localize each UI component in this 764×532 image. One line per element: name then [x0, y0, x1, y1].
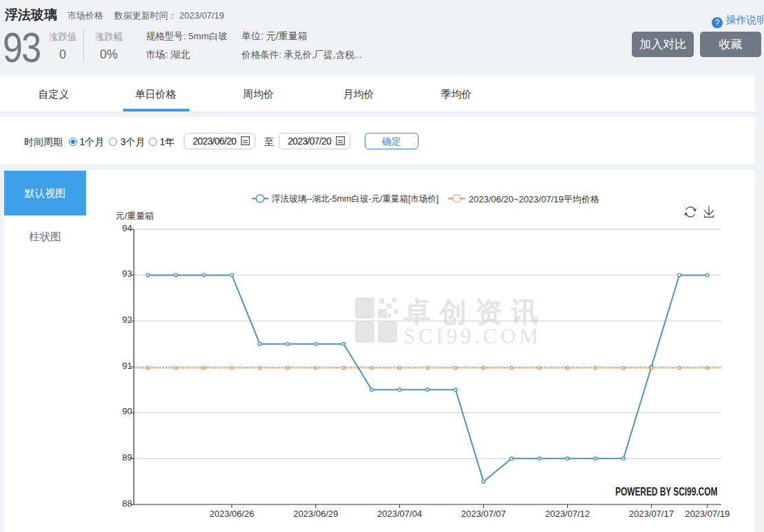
svg-text:SCI99.COM: SCI99.COM: [403, 324, 538, 348]
svg-text:89: 89: [123, 452, 132, 462]
svg-text:2023/07/12: 2023/07/12: [545, 509, 590, 519]
svg-text:90: 90: [123, 406, 132, 416]
svg-text:2023/07/04: 2023/07/04: [377, 509, 422, 519]
svg-text:92: 92: [123, 315, 132, 325]
svg-text:2023/07/07: 2023/07/07: [461, 509, 506, 519]
svg-text:88: 88: [123, 498, 132, 509]
svg-text:94: 94: [123, 223, 132, 233]
svg-text:2023/06/29: 2023/06/29: [293, 509, 338, 519]
svg-text:91: 91: [123, 361, 132, 371]
svg-text:卓创资讯: 卓创资讯: [403, 297, 538, 327]
svg-text:93: 93: [123, 268, 132, 279]
svg-text:2023/07/17: 2023/07/17: [629, 509, 674, 519]
svg-text:2023/06/26: 2023/06/26: [209, 509, 254, 519]
svg-text:2023/07/19: 2023/07/19: [685, 509, 730, 519]
